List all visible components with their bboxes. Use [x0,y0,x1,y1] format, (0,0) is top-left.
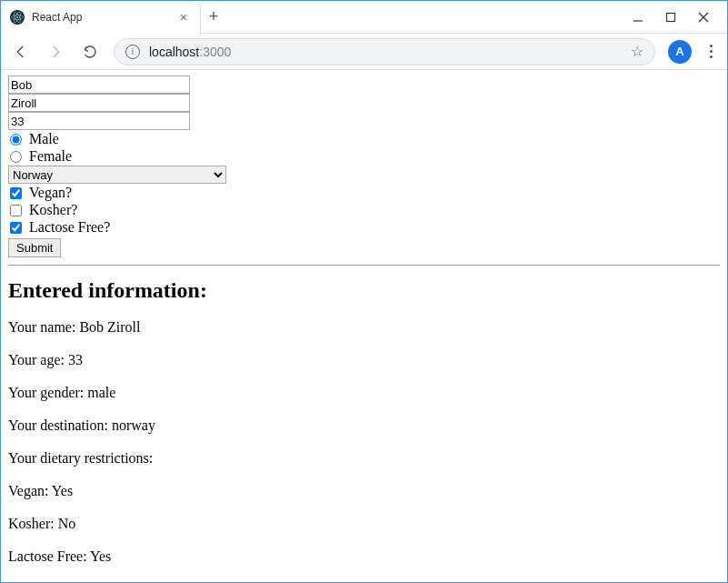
lactose-checkbox[interactable] [10,222,22,234]
tab-title: React App [32,11,169,24]
vegan-label: Vegan? [29,185,72,201]
address-bar[interactable]: i localhost:3000 ☆ [114,38,655,65]
gender-female-label: Female [29,148,72,165]
svg-rect-5 [667,13,675,21]
kosher-label: Kosher? [29,202,77,218]
profile-avatar[interactable]: A [668,40,692,64]
reload-button[interactable] [79,41,101,63]
close-window-icon[interactable] [696,10,711,25]
browser-tab[interactable]: React App × [1,1,201,34]
output-name: Your name: Bob Ziroll [8,319,720,336]
url-text: localhost:3000 [149,45,231,59]
divider [8,265,720,266]
output-lactose: Lactose Free: Yes [8,548,720,565]
gender-female-row: Female [8,148,720,165]
output-gender: Your gender: male [8,385,720,401]
bookmark-star-icon[interactable]: ☆ [631,43,643,60]
lactose-row: Lactose Free? [8,219,720,236]
titlebar: React App × + [1,1,727,34]
maximize-icon[interactable] [663,10,678,25]
output-heading: Entered information: [8,278,720,303]
submit-button[interactable]: Submit [8,238,61,257]
gender-male-row: Male [8,131,720,147]
page-content: Male Female Norway Vegan? Kosher? Lactos… [1,70,727,582]
last-name-input[interactable] [8,94,190,112]
kosher-checkbox[interactable] [10,205,22,216]
window-controls [614,1,727,33]
vegan-row: Vegan? [8,185,720,201]
travel-form: Male Female Norway Vegan? Kosher? Lactos… [8,75,720,257]
kosher-row: Kosher? [8,202,720,218]
menu-button[interactable] [704,45,718,58]
output-diet-heading: Your dietary restrictions: [8,450,720,467]
gender-male-radio[interactable] [10,134,22,146]
gender-male-label: Male [29,131,59,147]
age-input[interactable] [8,112,190,130]
gender-female-radio[interactable] [10,151,22,163]
output-vegan: Vegan: Yes [8,483,720,499]
react-icon [10,10,25,25]
close-tab-icon[interactable]: × [176,10,191,25]
output-kosher: Kosher: No [8,516,720,532]
output-age: Your age: 33 [8,352,720,368]
output-destination: Your destination: norway [8,417,720,434]
toolbar: i localhost:3000 ☆ A [1,34,727,70]
destination-select[interactable]: Norway [8,166,226,184]
svg-point-3 [16,16,18,18]
minimize-icon[interactable] [631,10,645,25]
back-button[interactable] [10,41,32,63]
first-name-input[interactable] [8,75,190,94]
browser-window: React App × + i localhost:3000 ☆ A [0,0,728,583]
new-tab-button[interactable]: + [201,1,226,33]
lactose-label: Lactose Free? [29,219,110,236]
site-info-icon[interactable]: i [125,45,140,59]
forward-button[interactable] [45,41,66,63]
vegan-checkbox[interactable] [10,187,22,199]
